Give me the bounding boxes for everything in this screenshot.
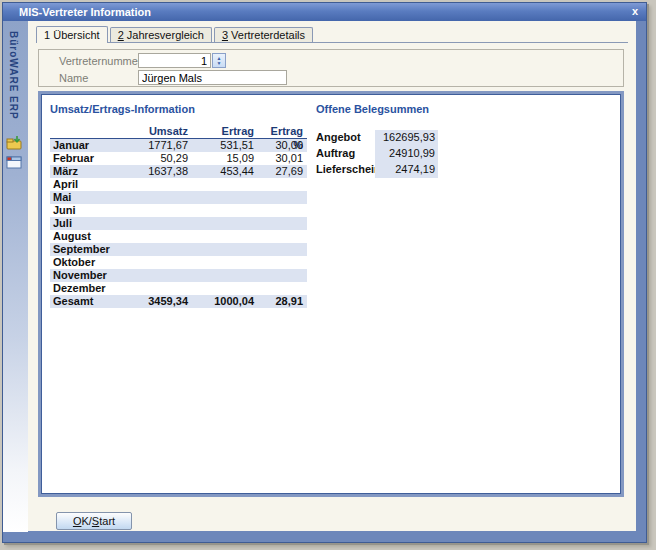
- vertreter-form: Vertreternummer ▲ ▼ Name: [38, 49, 624, 87]
- month-cell: Juli: [50, 217, 126, 230]
- ertrag-pct-cell: [258, 243, 307, 256]
- table-row: Dezember: [50, 282, 307, 295]
- umsatz-cell: [126, 230, 192, 243]
- month-cell: Januar: [50, 139, 126, 152]
- month-cell: November: [50, 269, 126, 282]
- umsatz-cell: [126, 217, 192, 230]
- month-cell: Oktober: [50, 256, 126, 269]
- ertrag-pct-cell: [258, 204, 307, 217]
- beleg-label: Lieferschein: [316, 162, 375, 178]
- umsatz-cell: 50,29: [126, 152, 192, 165]
- close-icon[interactable]: x: [632, 3, 638, 20]
- ok-start-button[interactable]: OK/Start: [56, 512, 132, 530]
- vertreternummer-input[interactable]: [138, 53, 211, 68]
- ertrag-cell: 531,51: [192, 139, 258, 152]
- umsatz-cell: [126, 204, 192, 217]
- table-row: März 1637,38 453,44 27,69: [50, 165, 307, 178]
- tab-label: Vertreterdetails: [228, 29, 305, 41]
- table-row: April: [50, 178, 307, 191]
- beleg-value: 2474,19: [375, 162, 438, 178]
- table-row: Juni: [50, 204, 307, 217]
- month-cell: Gesamt: [50, 295, 126, 308]
- list-item: Auftrag 24910,99: [316, 146, 488, 162]
- table-row: November: [50, 269, 307, 282]
- month-cell: Mai: [50, 191, 126, 204]
- folder-import-icon[interactable]: [6, 135, 24, 152]
- ertrag-pct-cell: 30,00: [258, 139, 307, 152]
- month-cell: August: [50, 230, 126, 243]
- ertrag-pct-cell: [258, 230, 307, 243]
- ertrag-cell: 453,44: [192, 165, 258, 178]
- name-row: Name: [39, 70, 623, 86]
- mis-vertreter-window: MIS-Vertreter Information x BüroWARE ERP: [2, 2, 647, 543]
- umsatz-cell: 1771,67: [126, 139, 192, 152]
- table-row: Februar 50,29 15,09 30,01: [50, 152, 307, 165]
- ertrag-pct-cell: 27,69: [258, 165, 307, 178]
- ertrag-pct-cell: [258, 217, 307, 230]
- table-row: September: [50, 243, 307, 256]
- umsatz-cell: [126, 191, 192, 204]
- month-cell: September: [50, 243, 126, 256]
- umsatz-cell: [126, 256, 192, 269]
- month-cell: Februar: [50, 152, 126, 165]
- month-cell: Dezember: [50, 282, 126, 295]
- tab-page: 1 Übersicht 2 Jahresvergleich 3 Vertrete…: [28, 21, 636, 531]
- umsatz-cell: 3459,34: [126, 295, 192, 308]
- vertreternummer-label: Vertreternummer: [59, 55, 142, 67]
- umsatz-section: Umsatz/Ertrags-Information Umsatz Ertrag…: [50, 103, 307, 308]
- umsatz-section-title: Umsatz/Ertrags-Information: [50, 103, 307, 115]
- ertrag-pct-cell: [258, 282, 307, 295]
- ertrag-cell: [192, 243, 258, 256]
- beleg-list: Angebot 162695,93 Auftrag 24910,99 Liefe…: [316, 130, 488, 178]
- titlebar[interactable]: MIS-Vertreter Information x: [3, 3, 646, 21]
- table-row: Juli: [50, 217, 307, 230]
- ok-button-text: tart: [99, 515, 115, 527]
- ertrag-cell: [192, 178, 258, 191]
- ertrag-pct-cell: 28,91: [258, 295, 307, 308]
- sidebar-toolbar: [6, 135, 25, 175]
- ertrag-pct-cell: [258, 256, 307, 269]
- table-row: Gesamt 3459,34 1000,04 28,91: [50, 295, 307, 308]
- ertrag-pct-cell: [258, 191, 307, 204]
- table-row: Mai: [50, 191, 307, 204]
- beleg-value: 162695,93: [375, 130, 438, 146]
- ertrag-pct-cell: 30,01: [258, 152, 307, 165]
- spinner-down-icon[interactable]: ▼: [213, 61, 225, 66]
- umsatz-cell: 1637,38: [126, 165, 192, 178]
- ertrag-cell: [192, 230, 258, 243]
- umsatz-cell: [126, 269, 192, 282]
- umsatz-table: Umsatz Ertrag Ertrag % Januar 1771,67 53…: [50, 124, 307, 308]
- table-row: Januar 1771,67 531,51 30,00: [50, 139, 307, 152]
- beleg-section: Offene Belegsummen Angebot 162695,93 Auf…: [316, 103, 488, 178]
- tab-label: Jahresvergleich: [124, 29, 204, 41]
- brand-logo: BüroWARE ERP: [8, 31, 19, 120]
- umsatz-cell: [126, 178, 192, 191]
- folder-import-glyph: [6, 135, 24, 152]
- tab-vertreterdetails[interactable]: 3 Vertreterdetails: [214, 27, 313, 42]
- beleg-section-title: Offene Belegsummen: [316, 103, 488, 115]
- month-cell: April: [50, 178, 126, 191]
- ertrag-cell: [192, 204, 258, 217]
- report-panel-frame: Umsatz/Ertrags-Information Umsatz Ertrag…: [38, 91, 624, 497]
- ertrag-cell: 15,09: [192, 152, 258, 165]
- table-row: Oktober: [50, 256, 307, 269]
- ertrag-cell: [192, 191, 258, 204]
- window-icon[interactable]: [6, 155, 24, 172]
- beleg-value: 24910,99: [375, 146, 438, 162]
- name-label: Name: [59, 72, 88, 84]
- name-input[interactable]: [138, 70, 287, 85]
- table-row: August: [50, 230, 307, 243]
- month-cell: März: [50, 165, 126, 178]
- ertrag-pct-cell: [258, 269, 307, 282]
- ertrag-cell: [192, 217, 258, 230]
- tab-uebersicht[interactable]: 1 Übersicht: [36, 26, 108, 43]
- window-glyph: [6, 155, 24, 170]
- spinner-button[interactable]: ▲ ▼: [212, 53, 226, 68]
- report-panel: Umsatz/Ertrags-Information Umsatz Ertrag…: [41, 94, 621, 494]
- ertrag-cell: [192, 282, 258, 295]
- tab-jahresvergleich[interactable]: 2 Jahresvergleich: [110, 27, 212, 42]
- tab-label: Übersicht: [50, 29, 100, 41]
- beleg-label: Angebot: [316, 130, 375, 146]
- sidebar: BüroWARE ERP: [3, 21, 28, 532]
- umsatz-cell: [126, 282, 192, 295]
